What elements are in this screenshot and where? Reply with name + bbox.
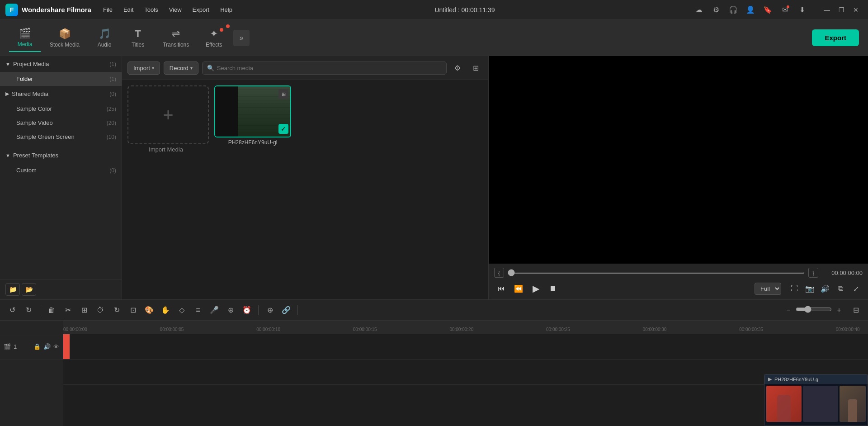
sidebar-item-custom[interactable]: Custom (0) (0, 163, 122, 177)
ruler-tick-0: 00:00:00:00 (63, 327, 87, 332)
project-media-count: (1) (109, 61, 116, 67)
sidebar-section-shared-media[interactable]: ▶ Shared Media (0) (0, 86, 122, 102)
ruler-tick-40: 00:00:00:40 (836, 327, 860, 332)
volume-icon[interactable]: 🔊 (818, 282, 832, 295)
menu-export[interactable]: Export (188, 5, 214, 15)
sidebar-item-folder[interactable]: Folder (1) (0, 72, 122, 86)
effects-label: Effects (206, 42, 222, 48)
mix-button[interactable]: ⊕ (224, 303, 237, 317)
crop-tool-button[interactable]: ⊞ (77, 303, 91, 317)
preview-buttons: ⏮ ⏪ ▶ ⏹ Full 1/2 1/4 1/8 ⛶ 📷 🔊 ⧉ ⤢ (494, 281, 863, 296)
mark-in-button[interactable]: { (494, 268, 504, 278)
mark-out-button[interactable]: } (808, 268, 818, 278)
timeline-ruler: 00:00:00:00 00:00:00:05 00:00:00:10 00:0… (63, 321, 868, 334)
import-area[interactable]: + (127, 85, 209, 144)
sidebar-item-sample-video[interactable]: Sample Video (20) (0, 116, 122, 130)
tool-audio[interactable]: 🎵 Audio (89, 24, 120, 52)
media-thumbnail[interactable]: ⊞ ✓ (214, 85, 291, 137)
folder-label: Folder (16, 76, 109, 82)
quality-select[interactable]: Full 1/2 1/4 1/8 (755, 283, 781, 295)
grid-icon: ⊞ (278, 89, 288, 99)
stop-button[interactable]: ⏹ (546, 281, 560, 296)
sidebar-section-preset-templates[interactable]: ▼ Preset Templates (0, 147, 122, 163)
cloud-icon[interactable]: ☁ (693, 4, 705, 16)
headset-icon[interactable]: 🎧 (727, 4, 740, 16)
zoom-in-button[interactable]: + (834, 305, 844, 316)
logo-icon: F (5, 4, 18, 16)
fit-timeline-button[interactable]: ⊟ (849, 303, 863, 317)
color-button[interactable]: 🎨 (142, 303, 156, 317)
tool-media[interactable]: 🎬 Media (9, 24, 41, 52)
track-lock-icon[interactable]: 🔒 (33, 343, 41, 350)
mini-thumb-red (766, 386, 802, 422)
mini-thumb-figure (848, 399, 857, 422)
filter-icon[interactable]: ⚙ (450, 61, 465, 75)
menu-tools[interactable]: Tools (140, 5, 162, 15)
fullscreen-icon[interactable]: ⛶ (788, 282, 801, 295)
main-toolbar: 🎬 Media 📦 Stock Media 🎵 Audio T Titles ⇌… (0, 20, 868, 56)
search-icon: 🔍 (207, 65, 214, 71)
zoom-out-button[interactable]: − (783, 305, 794, 316)
tl-sep-2 (258, 305, 259, 315)
audio-btn[interactable]: 🎤 (208, 303, 221, 317)
track-visibility-icon[interactable]: 👁 (53, 343, 59, 350)
transform-button[interactable]: ⊡ (126, 303, 140, 317)
close-button[interactable]: ✕ (849, 5, 863, 15)
track-audio-icon[interactable]: 🔊 (43, 343, 51, 350)
link-button[interactable]: 🔗 (279, 303, 293, 317)
add-track-button[interactable]: ⊕ (263, 303, 277, 317)
equalizer-button[interactable]: ≡ (191, 303, 205, 317)
undo-button[interactable]: ↺ (5, 303, 19, 317)
menu-file[interactable]: File (99, 5, 117, 15)
sidebar-item-sample-green-screen[interactable]: Sample Green Screen (10) (0, 130, 122, 144)
delete-button[interactable]: 🗑 (45, 303, 58, 317)
profile-icon[interactable]: 👤 (744, 4, 757, 16)
more-tools-button[interactable]: » (233, 30, 250, 46)
pan-button[interactable]: ✋ (159, 303, 172, 317)
keyframe-button[interactable]: ◇ (175, 303, 189, 317)
menu-help[interactable]: Help (216, 5, 237, 15)
redo-button[interactable]: ↻ (22, 303, 35, 317)
mail-icon[interactable]: ✉ (778, 4, 791, 16)
sidebar-section-project-media[interactable]: ▼ Project Media (1) (0, 56, 122, 72)
zoom-slider[interactable] (796, 306, 832, 313)
cut-button[interactable]: ✂ (61, 303, 75, 317)
media-item: ⊞ ✓ PH28zHF6nY9uU-gl (214, 85, 291, 146)
rotate-button[interactable]: ↻ (110, 303, 123, 317)
pip-icon[interactable]: ⧉ (834, 282, 847, 295)
minimize-button[interactable]: — (820, 5, 834, 15)
menu-edit[interactable]: Edit (119, 5, 138, 15)
tool-titles[interactable]: T Titles (122, 24, 154, 52)
playback-slider[interactable] (508, 272, 805, 274)
search-input[interactable] (217, 65, 442, 71)
tool-effects[interactable]: ✦ Effects (198, 24, 230, 52)
skip-back-button[interactable]: ⏮ (494, 281, 509, 296)
sidebar-bottom-actions: 📁 📂 (0, 279, 122, 299)
snapshot-icon[interactable]: 📷 (803, 282, 816, 295)
top-icons: ☁ ⚙ 🎧 👤 🔖 ✉ ⬇ (693, 4, 808, 16)
settings-icon[interactable]: ⚙ (710, 4, 722, 16)
add-item-button[interactable]: 📂 (22, 283, 36, 296)
timer2-button[interactable]: ⏰ (240, 303, 254, 317)
sidebar-item-sample-color[interactable]: Sample Color (25) (0, 102, 122, 116)
restore-button[interactable]: ❐ (835, 5, 848, 15)
view-mode-icon[interactable]: ⊞ (468, 61, 483, 75)
step-back-button[interactable]: ⏪ (511, 281, 526, 296)
bookmark-icon[interactable]: 🔖 (761, 4, 774, 16)
timer-button[interactable]: ⏱ (94, 303, 107, 317)
tool-transitions[interactable]: ⇌ Transitions (156, 24, 196, 52)
download-icon[interactable]: ⬇ (796, 4, 808, 16)
export-button[interactable]: Export (812, 29, 859, 46)
menu-bar: File Edit Tools View Export Help (99, 5, 237, 15)
playhead[interactable] (63, 334, 64, 359)
ruler-tick-25: 00:00:00:25 (546, 327, 570, 332)
new-folder-button[interactable]: 📁 (5, 283, 20, 296)
titles-label: Titles (132, 42, 144, 48)
record-button[interactable]: Record ▾ (164, 62, 198, 75)
crop-icon[interactable]: ⤢ (849, 282, 863, 295)
audio-label: Audio (98, 42, 112, 48)
import-button[interactable]: Import ▾ (127, 62, 160, 75)
menu-view[interactable]: View (165, 5, 186, 15)
play-button[interactable]: ▶ (528, 281, 543, 296)
tool-stock-media[interactable]: 📦 Stock Media (42, 24, 87, 52)
